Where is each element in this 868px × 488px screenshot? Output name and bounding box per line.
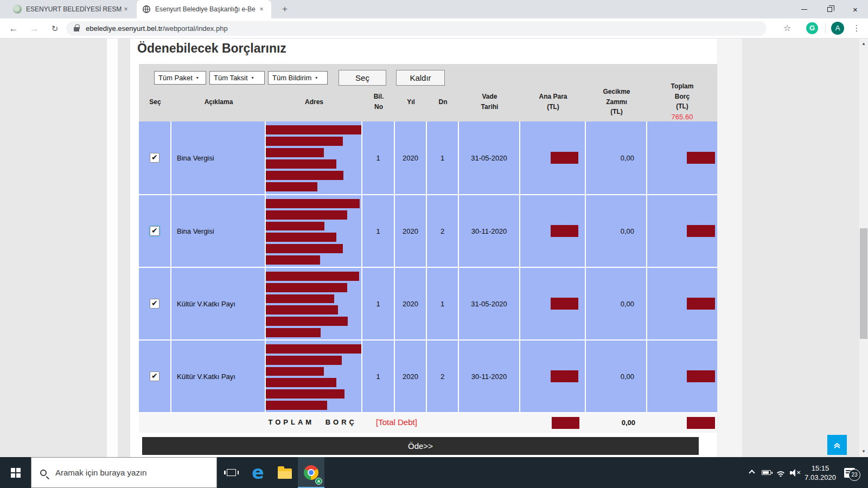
row-bill-no-cell: 1	[362, 121, 395, 194]
row-checkbox[interactable]	[150, 226, 159, 236]
tray-chevron-button[interactable]	[745, 457, 758, 488]
redacted-principal-amount	[551, 225, 578, 237]
scrollbar-up-arrow[interactable]: ▲	[859, 40, 868, 48]
redacted-address-line	[266, 378, 336, 387]
header-toplam-borc: Toplam Borç (TL) 765.60	[647, 81, 717, 123]
close-window-button[interactable]: ×	[843, 0, 868, 18]
row-checkbox[interactable]	[150, 371, 159, 381]
header-toplam-borc-label: Toplam Borç (TL)	[671, 81, 694, 112]
row-total-debt-cell	[647, 195, 717, 267]
forward-button[interactable]: →	[27, 22, 41, 36]
toolbar-divider	[825, 23, 826, 33]
clock-time: 15:15	[812, 464, 829, 473]
search-placeholder: Aramak için buraya yazın	[55, 468, 146, 477]
redacted-address-line	[266, 244, 343, 253]
row-late-fee-cell: 0,00	[586, 268, 647, 339]
chrome-profile-badge: A	[315, 478, 322, 485]
tab-title: Esenyurt Belediye Başkanlığı e-Be	[155, 5, 257, 13]
redacted-address-line	[266, 294, 334, 304]
row-late-fee-cell: 0,00	[586, 121, 647, 194]
grammarly-extension-icon[interactable]: G	[806, 22, 818, 34]
redacted-address-line	[266, 255, 320, 265]
tab-esenyurt-resmi-web[interactable]: ESENYURT BELEDİYESİ RESMİ WE ×	[8, 0, 136, 18]
close-tab-icon[interactable]: ×	[257, 5, 266, 14]
search-icon	[40, 470, 47, 476]
bookmark-star-icon[interactable]: ☆	[783, 23, 791, 33]
windows-logo-icon	[11, 468, 21, 478]
clock-date: 7.03.2020	[805, 473, 836, 482]
row-year-cell: 2020	[395, 121, 427, 194]
globe-favicon	[142, 5, 151, 14]
chevron-up-icon	[749, 470, 755, 476]
edge-button[interactable]: e	[245, 457, 271, 488]
minimize-button[interactable]	[792, 0, 817, 18]
row-address-cell	[266, 341, 362, 412]
table-header-area: Tüm Paket ▾ Tüm Taksit ▾ Tüm Bildirim ▾ …	[139, 64, 717, 121]
new-tab-button[interactable]: +	[279, 4, 291, 16]
tab-ebelediye[interactable]: Esenyurt Belediye Başkanlığı e-Be ×	[137, 0, 271, 18]
volume-status[interactable]: ✕	[788, 457, 803, 488]
redacted-total-amount	[687, 298, 715, 310]
scrollbar-down-arrow[interactable]: ▼	[859, 447, 868, 456]
header-sec: Seç	[139, 81, 171, 123]
taskbar-search-box[interactable]: Aramak için buraya yazın	[31, 457, 217, 488]
row-checkbox[interactable]	[150, 299, 159, 309]
profile-avatar[interactable]: A	[831, 22, 844, 35]
row-checkbox[interactable]	[150, 153, 159, 163]
redacted-address-line	[266, 272, 359, 281]
row-description-cell: Kültür V.Katkı Payı	[171, 268, 266, 339]
scrollbar-thumb[interactable]	[860, 228, 867, 339]
redacted-address-line	[266, 182, 317, 191]
row-description-cell: Bina Vergisi	[171, 121, 266, 194]
wifi-icon	[775, 469, 786, 477]
back-button[interactable]: ←	[7, 22, 21, 36]
address-bar[interactable]: ebelediye.esenyurt.bel.tr/webportal/inde…	[66, 21, 767, 36]
redacted-total-amount	[687, 370, 715, 382]
esenyurt-favicon	[13, 5, 22, 14]
browser-menu-icon[interactable]: ⋮	[851, 22, 862, 35]
redacted-total-amount	[687, 225, 715, 237]
redacted-principal-amount	[551, 370, 578, 382]
restore-button[interactable]	[817, 0, 843, 18]
redacted-address-line	[266, 389, 344, 399]
screen: ESENYURT BELEDİYESİ RESMİ WE × Esenyurt …	[0, 0, 868, 488]
task-view-button[interactable]	[218, 457, 245, 488]
pay-button[interactable]: Öde>>	[142, 437, 699, 455]
notification-center-button[interactable]: 23	[840, 457, 859, 488]
row-installment-cell: 2	[427, 195, 459, 267]
taskbar-clock[interactable]: 15:157.03.2020	[803, 457, 838, 488]
row-year-cell: 2020	[395, 195, 427, 267]
battery-status[interactable]	[758, 457, 774, 488]
browser-toolbar: ← → ↻ ebelediye.esenyurt.bel.tr/webporta…	[0, 18, 868, 38]
start-button[interactable]	[0, 457, 31, 488]
header-gecikme-zammi: Gecikme Zammı (TL)	[586, 81, 647, 123]
redacted-address-line	[266, 367, 324, 376]
redacted-address-line	[266, 317, 348, 326]
row-principal-cell	[520, 268, 586, 339]
row-select-cell	[139, 268, 171, 339]
chrome-button[interactable]: A	[298, 457, 324, 488]
scroll-to-top-button[interactable]	[827, 435, 847, 455]
redacted-address-line	[266, 199, 360, 208]
network-status[interactable]	[774, 457, 788, 488]
browser-scrollbar[interactable]: ▲ ▼	[859, 38, 868, 457]
double-chevron-up-icon	[833, 441, 841, 450]
file-explorer-button[interactable]	[271, 457, 298, 488]
close-tab-icon[interactable]: ×	[122, 5, 130, 14]
redacted-address-line	[266, 171, 343, 180]
row-description: Bina Vergisi	[177, 154, 214, 162]
row-principal-cell	[520, 195, 586, 267]
row-total-debt-cell	[647, 341, 717, 412]
header-bil-no: Bil. No	[362, 81, 395, 123]
redacted-principal-amount	[551, 152, 578, 164]
browser-tab-bar: ESENYURT BELEDİYESİ RESMİ WE × Esenyurt …	[0, 0, 868, 18]
row-principal-cell	[520, 121, 586, 194]
table-row: Kültür V.Katkı Payı12020131-05-20200,00	[139, 267, 717, 339]
reload-button[interactable]: ↻	[48, 22, 62, 36]
folder-icon	[278, 468, 292, 479]
page-title: Ödenebilecek Borçlarınız	[137, 41, 286, 56]
header-adres: Adres	[266, 81, 362, 123]
table-row: Bina Vergisi12020230-11-20200,00	[139, 194, 717, 267]
header-aciklama: Açıklama	[171, 81, 266, 123]
redacted-address-line	[266, 328, 321, 337]
